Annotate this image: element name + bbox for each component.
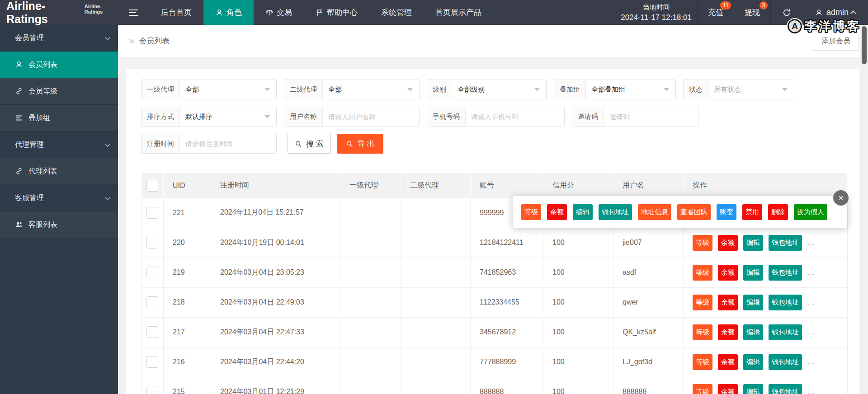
filter-select-status[interactable]: 状态 所有状态 [683,80,794,99]
row-action-button[interactable]: 余额 [718,324,738,340]
sidebar-item-support-list[interactable]: 客服列表 [0,211,118,238]
row-action-button[interactable]: 等级 [693,265,712,281]
cell-agent2 [401,377,471,394]
nav-item-home-products[interactable]: 首页展示产品 [424,0,493,25]
table-row: 2152024年03月01日 12:21:29888888100888888等级… [142,377,848,394]
popup-action-button[interactable]: 余额 [547,204,567,220]
popup-action-button[interactable]: 账变 [717,204,736,220]
row-checkbox[interactable] [146,386,158,394]
more-actions-ellipsis[interactable]: … [807,239,815,247]
popup-action-button[interactable]: 删除 [768,204,788,220]
select-all-checkbox[interactable] [146,180,158,192]
more-actions-ellipsis[interactable]: … [807,358,815,366]
nav-item-roles[interactable]: 角色 [203,0,254,25]
row-actions-popup: 等级余额编辑钱包地址地址信息查看团队账变禁用删除设为假人 [513,196,847,228]
row-action-button[interactable]: 钱包地址 [769,265,802,281]
row-action-button[interactable]: 等级 [693,324,712,340]
row-action-button[interactable]: 等级 [693,235,712,251]
local-time: 当地时间 2024-11-17 12:18:01 [615,0,698,25]
page-scrollbar[interactable] [860,25,868,394]
row-action-button[interactable]: 钱包地址 [769,354,802,370]
popup-action-button[interactable]: 编辑 [573,204,593,220]
nav-item-system[interactable]: 系统管理 [369,0,424,25]
sidebar-group-agent-management[interactable]: 代理管理 [0,131,118,158]
refresh-button[interactable] [771,0,803,25]
search-button[interactable]: 搜 索 [288,134,331,154]
row-action-button[interactable]: 编辑 [743,384,763,394]
local-time-value: 2024-11-17 12:18:01 [621,13,692,22]
search-icon [346,140,354,148]
row-action-button[interactable]: 编辑 [743,295,763,310]
row-action-button[interactable]: 钱包地址 [769,384,802,394]
sidebar-toggle-button[interactable] [118,0,149,25]
nav-item-dashboard[interactable]: 后台首页 [149,0,203,25]
row-action-button[interactable]: 余额 [718,384,738,394]
row-action-button[interactable]: 余额 [718,354,738,370]
search-button-label: 搜 索 [306,139,324,149]
sidebar-item-member-level[interactable]: 会员等级 [0,78,118,105]
sidebar-group-label: 代理管理 [15,140,44,150]
row-action-button[interactable]: 余额 [718,265,738,281]
row-checkbox[interactable] [146,296,158,308]
user-menu[interactable]: admin [803,0,868,25]
row-action-button[interactable]: 等级 [693,295,712,310]
row-checkbox[interactable] [146,356,158,368]
row-action-button[interactable]: 编辑 [743,324,763,340]
table-row: 2202024年10月19日 00:14:0112184122411100jie… [142,228,848,258]
sidebar-item-stack-group[interactable]: 叠加组 [0,105,118,131]
more-actions-ellipsis[interactable]: … [807,328,815,336]
popup-action-button[interactable]: 等级 [521,204,541,220]
search-icon [295,140,302,148]
column-header-actions: 操作 [684,173,848,198]
row-action-button[interactable]: 编辑 [743,235,763,251]
recharge-label: 充值 [708,7,723,18]
row-action-button[interactable]: 余额 [718,295,738,310]
row-action-button[interactable]: 等级 [693,354,712,370]
popup-close-button[interactable]: × [833,190,849,206]
popup-action-button[interactable]: 钱包地址 [599,204,632,220]
invite-code-input[interactable] [604,107,705,126]
nav-item-label: 首页展示产品 [435,7,481,18]
add-member-button[interactable]: 添加会员 [813,32,859,51]
export-button[interactable]: 导 出 [337,134,383,154]
sidebar-group-support-management[interactable]: 客服管理 [0,185,118,211]
row-checkbox[interactable] [146,326,158,338]
phone-input[interactable] [466,107,566,126]
popup-action-button[interactable]: 设为假人 [794,204,827,220]
row-action-button[interactable]: 等级 [693,384,712,394]
popup-action-button[interactable]: 禁用 [742,204,762,220]
row-action-button[interactable]: 钱包地址 [769,235,802,251]
nav-item-transactions[interactable]: 交易 [254,0,304,25]
row-checkbox[interactable] [146,267,158,278]
filter-select-agent1[interactable]: 一级代理 全部 [141,80,277,99]
sidebar-item-agent-list[interactable]: 代理列表 [0,158,118,185]
filter-select-stack-group[interactable]: 叠加组 全部叠加组 [554,80,676,99]
sidebar-item-member-list[interactable]: 会员列表 [0,52,118,78]
filter-select-level[interactable]: 级别 全部级别 [427,80,547,99]
filter-select-sort[interactable]: 排序方式 默认排序 [141,107,277,127]
row-action-button[interactable]: 编辑 [743,354,763,370]
cell-agent1 [340,377,401,394]
more-actions-ellipsis[interactable]: … [807,268,815,277]
row-checkbox[interactable] [146,237,158,249]
popup-action-button[interactable]: 查看团队 [677,204,711,220]
username-input[interactable] [323,107,424,126]
row-action-button[interactable]: 钱包地址 [769,324,802,340]
cell-credit: 100 [543,347,613,377]
more-actions-ellipsis[interactable]: … [807,298,815,306]
nav-item-help-center[interactable]: 帮助中心 [304,0,369,25]
filter-select-agent2[interactable]: 二级代理 全部 [284,80,420,99]
row-action-button[interactable]: 余额 [718,235,738,251]
popup-action-button[interactable]: 地址信息 [638,204,671,220]
withdraw-button[interactable]: 提现 3 [734,0,771,25]
row-checkbox[interactable] [146,207,158,219]
brand-logo[interactable]: Airline-Ratings Airline-Ratings [0,0,118,25]
recharge-button[interactable]: 充值 11 [698,0,734,25]
more-actions-ellipsis[interactable]: … [807,388,815,394]
scrollbar-thumb[interactable] [862,26,867,64]
local-time-label: 当地时间 [621,3,692,12]
row-action-button[interactable]: 编辑 [743,265,763,281]
reg-time-input[interactable] [180,134,281,153]
sidebar-group-member-management[interactable]: 会员管理 [0,25,118,52]
row-action-button[interactable]: 钱包地址 [769,295,802,310]
